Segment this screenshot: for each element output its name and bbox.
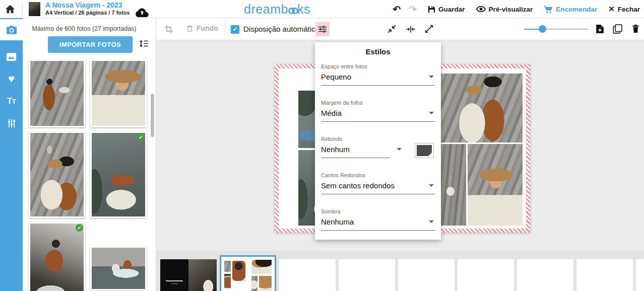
add-page-button[interactable] [596, 24, 604, 34]
crop-button[interactable] [164, 25, 173, 34]
rail-tab-styles[interactable] [0, 113, 23, 134]
field-label: Sombra [321, 208, 435, 214]
photo-thumbnail[interactable]: ✓ [29, 222, 85, 291]
photo-grid-column: ✓ [29, 59, 85, 291]
styles-toggle-button[interactable] [315, 22, 330, 36]
header-actions: ↶ ↷ Guardar Pré-visualizar [393, 0, 640, 18]
chevron-down-icon [397, 148, 402, 151]
page-thumbnail-empty[interactable] [339, 259, 395, 291]
page-thumbnail-empty[interactable] [576, 259, 633, 291]
rail-tab-photos[interactable] [0, 19, 23, 40]
duplicate-page-button[interactable] [613, 24, 622, 34]
cloud-sync-button[interactable] [135, 4, 149, 22]
field-value: Pequeno [321, 72, 351, 81]
add-page-icon [596, 24, 604, 34]
photo-thumbnail[interactable]: ✓ [90, 131, 147, 218]
field-value: Sem cantos redondos [321, 181, 395, 190]
photo-used-badge: ✓ [76, 224, 83, 232]
background-button[interactable]: Fundo [186, 24, 218, 32]
tune-icon [318, 25, 327, 33]
text-tool-icon: TT [7, 96, 16, 106]
chevron-down-icon [429, 184, 434, 187]
photo-used-badge: ✓ [137, 133, 145, 141]
chevron-down-icon [429, 112, 434, 114]
rail-tab-pages[interactable] [0, 46, 23, 67]
save-button[interactable]: Guardar [428, 6, 465, 13]
delete-page-button[interactable] [632, 24, 639, 33]
close-button[interactable]: ✕ Fechar [608, 5, 640, 14]
cover-title-area [160, 259, 188, 291]
page-thumbnail-empty[interactable] [458, 259, 514, 291]
page-thumbnail-empty[interactable] [279, 259, 336, 291]
photo-grid: ✓ ✓ [29, 59, 147, 291]
zoom-slider-thumb[interactable] [539, 25, 546, 33]
preview-label: Pré-visualizar [489, 6, 533, 13]
field-photo-spacing[interactable]: Espaço entre fotos Pequeno [321, 63, 435, 86]
project-title: A Nossa Viagem - 2023 [45, 2, 130, 9]
spread-photo-stairs[interactable] [440, 144, 466, 226]
photo-grid-column: ✓ [90, 59, 147, 291]
collapse-diagonal-icon [387, 24, 397, 34]
app-logo: dreambks [237, 2, 317, 17]
camera-icon [6, 25, 17, 35]
home-button[interactable] [5, 0, 15, 18]
field-page-margin[interactable]: Margem da folha Média [321, 100, 435, 122]
redo-button[interactable]: ↷ [409, 4, 417, 15]
preview-eye-icon [476, 6, 486, 13]
spread-photo-portrait[interactable] [468, 144, 523, 226]
field-label: Margem da folha [321, 100, 435, 106]
shrink-photos-button[interactable] [387, 24, 397, 34]
photo-thumbnail[interactable] [90, 59, 147, 127]
order-label: Encomendar [556, 6, 597, 13]
home-icon [5, 5, 15, 14]
content-row: ♥ TT Máximo de 600 fotos (27 importadas)… [0, 18, 644, 291]
border-color-fill [417, 145, 432, 156]
save-label: Guardar [438, 6, 465, 13]
border-color-swatch[interactable] [415, 143, 434, 158]
page-thumbnail-selected[interactable] [220, 255, 276, 291]
import-photos-button[interactable]: IMPORTAR FOTOS [48, 36, 133, 53]
photo-thumbnail[interactable] [29, 131, 85, 218]
field-label: Espaço entre fotos [321, 63, 435, 69]
styles-popup-title: Estilos [315, 47, 441, 56]
delete-trash-icon [632, 24, 639, 33]
styles-popup: Estilos Espaço entre fotos Pequeno Marge… [315, 42, 441, 240]
field-shadow[interactable]: Sombra Nenhuma [321, 208, 435, 231]
image-icon [6, 52, 17, 61]
crop-icon [164, 25, 173, 34]
background-label: Fundo [197, 24, 218, 32]
expand-diagonal-icon [424, 24, 434, 34]
expand-photos-button[interactable] [424, 24, 434, 34]
zoom-slider[interactable] [524, 25, 589, 33]
save-icon [428, 6, 435, 13]
field-value: Nenhum [321, 145, 350, 154]
top-bar: A Nossa Viagem - 2023 A4 Vertical / 26 p… [0, 0, 644, 18]
photo-thumbnail[interactable] [29, 59, 85, 127]
sort-photos-button[interactable] [139, 39, 149, 48]
spread-photo-couple[interactable] [440, 74, 523, 142]
toolbar-divider [225, 22, 225, 36]
equal-spacing-button[interactable] [406, 26, 416, 33]
order-button[interactable]: Encomendar [544, 5, 597, 14]
field-border[interactable]: Rebordo Nenhum [321, 136, 435, 158]
photo-book-editor: A Nossa Viagem - 2023 A4 Vertical / 26 p… [0, 0, 644, 291]
converge-horizontal-icon [406, 26, 416, 33]
page-thumbnail-cover[interactable] [160, 259, 217, 291]
project-subtitle: A4 Vertical / 26 páginas / 7 fotos [45, 9, 130, 17]
pages-strip [156, 251, 644, 291]
field-rounded-corners[interactable]: Cantos Redondos Sem cantos redondos [321, 172, 435, 194]
rail-tab-text[interactable]: TT [0, 91, 23, 112]
undo-button[interactable]: ↶ [393, 4, 401, 15]
preview-button[interactable]: Pré-visualizar [476, 6, 533, 13]
auto-layout-checkbox[interactable]: ✓ [231, 25, 239, 34]
panel-scrollbar-thumb[interactable] [151, 94, 154, 137]
rail-tab-favorites[interactable]: ♥ [0, 68, 23, 90]
page-thumbnail-empty[interactable] [517, 259, 573, 291]
editor-toolbar: Fundo ✓ Disposição automática [156, 18, 644, 40]
photo-limit-label: Máximo de 600 fotos (27 importadas) [23, 25, 146, 32]
tune-vertical-icon [7, 119, 16, 128]
page-thumbnail-empty[interactable] [636, 259, 644, 291]
workspace: Fundo ✓ Disposição automática [156, 18, 644, 291]
page-thumbnail-empty[interactable] [398, 259, 455, 291]
photo-thumbnail[interactable] [90, 246, 147, 290]
